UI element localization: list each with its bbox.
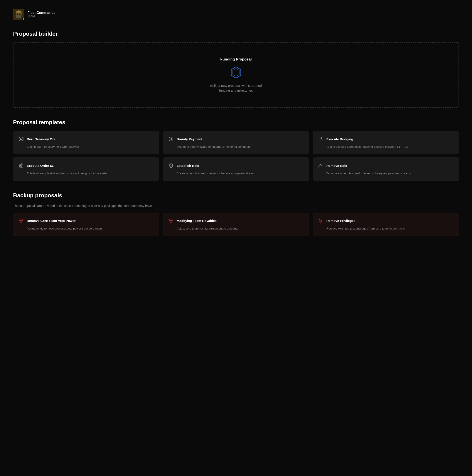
proposal-builder-title: Proposal builder	[13, 31, 459, 37]
svg-rect-22	[21, 165, 22, 166]
card-modifying-royalties-desc: Adjust core team royalty stream share am…	[168, 226, 304, 231]
svg-point-37	[20, 220, 21, 221]
card-establish-role-desc: Create a permissioned role and schedule …	[168, 171, 304, 176]
card-burn-treasury-desc: Elect to burn treasury held Ore reserves	[18, 145, 154, 149]
user-id: #0001	[27, 15, 57, 18]
skull-icon-1	[18, 218, 24, 224]
funding-proposal-title: Funding Proposal	[220, 57, 252, 62]
card-execute-order-title: Execute Order 66	[27, 164, 54, 168]
card-modifying-royalties-title: Modifying Team Royalties	[177, 219, 217, 222]
card-bounty-payment[interactable]: Bounty Payment Distribute bounty award f…	[163, 131, 309, 154]
card-execute-bridging-desc: Tool to execute a proposal requiring bri…	[318, 145, 454, 149]
svg-point-13	[170, 138, 172, 140]
robot-icon	[18, 163, 24, 169]
card-modifying-royalties-header: Modifying Team Royalties	[168, 218, 304, 224]
fire-icon	[18, 136, 24, 142]
card-establish-role-title: Establish Role	[177, 164, 199, 168]
card-establish-role-header: Establish Role	[168, 163, 304, 169]
user-name: Fleet Commander	[27, 11, 57, 15]
card-bounty-payment-header: Bounty Payment	[168, 136, 304, 142]
svg-point-45	[320, 220, 321, 221]
user-info: Fleet Commander #0001	[27, 11, 57, 18]
card-burn-treasury-title: Burn Treasury Ore	[27, 137, 55, 141]
svg-point-25	[21, 164, 21, 164]
user-header: Fleet Commander #0001	[13, 9, 459, 20]
remove-role-icon	[318, 163, 324, 169]
svg-point-46	[321, 220, 322, 221]
svg-rect-40	[170, 222, 172, 222]
svg-rect-44	[320, 222, 321, 222]
skull-icon-3	[318, 218, 324, 224]
svg-point-19	[321, 140, 321, 140]
card-remove-role-title: Remove Role	[326, 164, 347, 168]
proposal-builder-section: Proposal builder Funding Proposal Build …	[13, 31, 459, 108]
card-remove-privileges-desc: Remove example test privileges from core…	[318, 226, 454, 231]
svg-rect-4	[16, 15, 21, 18]
card-remove-veto-desc: Permanently remove proposal veto power f…	[18, 226, 154, 231]
svg-marker-10	[233, 68, 239, 76]
card-execute-order-desc: This is all sample text and early concep…	[18, 171, 154, 176]
card-remove-privileges-header: Remove Privileges	[318, 218, 454, 224]
card-remove-veto-header: Remove Core Team Veto Power	[18, 218, 154, 224]
hex-icon	[230, 66, 242, 79]
card-bounty-payment-desc: Distribute bounty award for internal or …	[168, 145, 304, 149]
backup-proposals-subtitle: These proposals are provided in the case…	[13, 204, 459, 207]
bounty-icon	[168, 136, 174, 142]
online-indicator	[22, 18, 25, 20]
card-bounty-payment-title: Bounty Payment	[177, 137, 202, 141]
card-execute-order[interactable]: Execute Order 66 This is all sample text…	[13, 157, 159, 181]
proposal-templates-section: Proposal templates Burn Treasury Ore Ele…	[13, 119, 459, 181]
card-execute-bridging[interactable]: Execute Bridging Tool to execute a propo…	[313, 131, 459, 154]
card-remove-veto-title: Remove Core Team Veto Power	[27, 219, 75, 222]
card-execute-order-header: Execute Order 66	[18, 163, 154, 169]
proposal-templates-title: Proposal templates	[13, 119, 459, 126]
svg-point-34	[319, 164, 321, 165]
lock-icon	[318, 136, 324, 142]
avatar-container	[13, 9, 24, 20]
backup-proposals-title: Backup proposals	[13, 192, 459, 199]
card-remove-veto[interactable]: Remove Core Team Veto Power Permanently …	[13, 213, 159, 236]
svg-point-38	[21, 220, 22, 221]
card-burn-treasury[interactable]: Burn Treasury Ore Elect to burn treasury…	[13, 131, 159, 154]
establish-role-icon	[168, 163, 174, 169]
svg-rect-20	[19, 165, 23, 167]
svg-rect-3	[16, 13, 22, 15]
svg-rect-21	[20, 165, 21, 166]
card-execute-bridging-title: Execute Bridging	[326, 137, 353, 141]
card-remove-privileges-title: Remove Privileges	[326, 219, 355, 222]
card-remove-role-header: Remove Role	[318, 163, 454, 169]
svg-point-41	[170, 220, 171, 221]
backup-proposals-section: Backup proposals These proposals are pro…	[13, 192, 459, 236]
card-remove-role-desc: Terminate a permissioned role and subseq…	[318, 171, 454, 176]
proposal-templates-grid: Burn Treasury Ore Elect to burn treasury…	[13, 131, 459, 181]
card-burn-treasury-header: Burn Treasury Ore	[18, 136, 154, 142]
svg-point-29	[170, 165, 172, 166]
skull-icon-2	[168, 218, 174, 224]
card-execute-bridging-header: Execute Bridging	[318, 136, 454, 142]
svg-rect-6	[19, 14, 20, 15]
svg-rect-5	[17, 14, 18, 15]
funding-proposal-desc: Build a new proposal with streamed fundi…	[205, 83, 267, 93]
svg-point-42	[171, 220, 172, 221]
card-modifying-royalties[interactable]: Modifying Team Royalties Adjust core tea…	[163, 213, 309, 236]
svg-rect-36	[20, 222, 22, 222]
funding-proposal-box[interactable]: Funding Proposal Build a new proposal wi…	[13, 42, 459, 108]
svg-point-35	[321, 164, 322, 165]
backup-proposals-grid: Remove Core Team Veto Power Permanently …	[13, 213, 459, 236]
card-establish-role[interactable]: Establish Role Create a permissioned rol…	[163, 157, 309, 181]
card-remove-privileges[interactable]: Remove Privileges Remove example test pr…	[313, 213, 459, 236]
card-remove-role[interactable]: Remove Role Terminate a permissioned rol…	[313, 157, 459, 181]
